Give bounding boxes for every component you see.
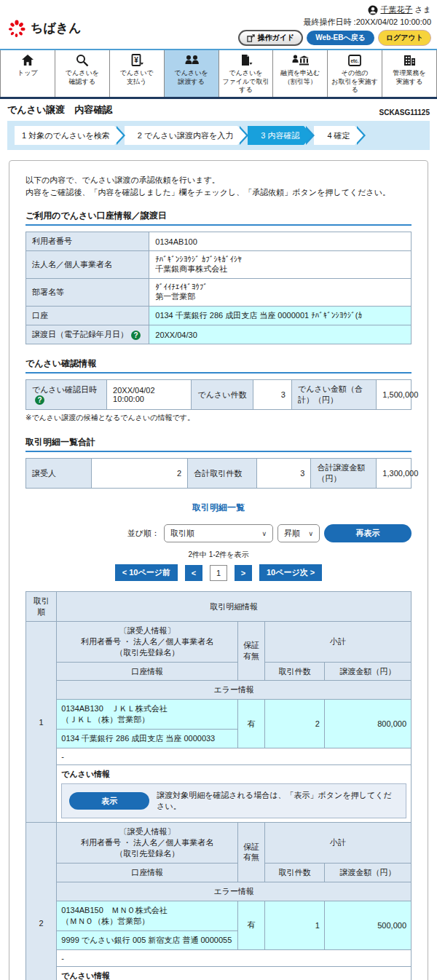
- result-count: 2件中 1-2件を表示: [25, 550, 412, 560]
- densai-info-label: でんさい情報: [61, 971, 406, 980]
- etc-icon: etc.: [347, 53, 362, 68]
- densai-confirm-table: でんさい確認日時? 20XX/04/02 10:00:00 でんさい件数 3 で…: [25, 379, 412, 410]
- tab-other-transactions[interactable]: etc. その他の お取引を実施する: [328, 50, 382, 97]
- densai-amount-value: 1,500,000: [377, 380, 412, 410]
- tab-transfer-densai[interactable]: でんさいを 譲渡する: [165, 50, 219, 97]
- amount-value: 500,000: [324, 901, 411, 949]
- user-suffix: さま: [414, 4, 431, 15]
- error-header: エラー情報: [57, 681, 412, 700]
- densai-info-label: でんさい情報: [61, 769, 406, 780]
- tab-pay-densai[interactable]: ¥ でんさいで 支払う: [110, 50, 165, 97]
- main-nav: トップ でんさいを 確認する ¥ でんさいで 支払う でんさいを 譲渡する でん…: [0, 49, 437, 99]
- table-row: -: [26, 748, 412, 765]
- next-10-pages-button[interactable]: 10ページ次 >: [259, 564, 322, 581]
- account-section: ご利用のでんさい口座情報／譲渡日 利用者番号 0134AB100 法人名／個人事…: [25, 210, 412, 344]
- row-label: 部署名等: [26, 279, 149, 307]
- guarantee-header: 保証 有無: [237, 622, 264, 681]
- intro-line-1: 以下の内容で、でんさい譲渡の承認依頼を行います。: [25, 174, 412, 186]
- densai-count-label: でんさい件数: [192, 380, 253, 410]
- tab-label: でんさいを 譲渡する: [175, 69, 208, 86]
- detail-table-header: 取引順 取引明細情報: [26, 592, 412, 622]
- table-row: エラー情報: [26, 882, 412, 901]
- bank-name: ちばきん: [31, 20, 82, 36]
- count-header: 取引件数: [264, 662, 324, 681]
- file-icon: [238, 53, 253, 68]
- amount-header: 譲渡金額（円）: [324, 662, 411, 681]
- assignee-account: 9999 でんさい銀行 005 新宿支店 普通 0000055: [57, 930, 238, 949]
- tab-top[interactable]: トップ: [0, 50, 55, 97]
- logout-button[interactable]: ログアウト: [378, 30, 431, 46]
- tab-loan-apply[interactable]: 融資を申込む （割引等）: [273, 50, 328, 97]
- densai-confirm-section: でんさい確認情報 でんさい確認日時? 20XX/04/02 10:00:00 で…: [25, 357, 412, 423]
- guarantee-value: 有: [237, 901, 264, 949]
- yen-document-icon: ¥: [130, 53, 144, 68]
- building-icon: [402, 53, 417, 68]
- count-value: 1: [264, 901, 324, 949]
- next-page-button[interactable]: >: [235, 565, 252, 581]
- step-1: 1 対象のでんさいを検索: [15, 126, 114, 145]
- header: ちばきん 千葉花子 さま 最終操作日時 :20XX/04/02 10:00:00…: [0, 0, 437, 49]
- tab-label: でんさいを 確認する: [66, 69, 99, 86]
- order-select[interactable]: 昇順 ∨: [277, 524, 320, 542]
- help-icon[interactable]: ?: [131, 331, 141, 340]
- last-operation-time: 最終操作日時 :20XX/04/02 10:00:00: [238, 17, 432, 28]
- assignee-account: 0134 千葉銀行 286 成田支店 当座 0000033: [57, 730, 238, 748]
- table-row: -: [26, 949, 412, 966]
- assignee-header: 〔譲受人情報〕 利用者番号 ・ 法人名／個人事業者名 （取引先登録名）: [57, 823, 238, 864]
- table-row: 譲受人 2 合計取引件数 3 合計譲渡金額（円） 1,300,000: [26, 459, 412, 489]
- densai-amount-label: でんさい金額（合計）（円）: [291, 380, 376, 410]
- tab-label: でんさいを ファイルで取引する: [220, 69, 272, 95]
- detail-group-2: 2 〔譲受人情報〕 利用者番号 ・ 法人名／個人事業者名 （取引先登録名） 保証…: [26, 823, 412, 864]
- bank-logo: ちばきん: [7, 10, 82, 46]
- sort-select-value: 取引順: [170, 528, 194, 539]
- count-value: 2: [264, 700, 324, 748]
- confirm-datetime-label: でんさい確認日時?: [26, 380, 107, 410]
- step-3-current: 3 内容確認: [248, 126, 304, 145]
- subtotal-header: 小計: [264, 823, 411, 864]
- tab-label: 融資を申込む （割引等）: [280, 69, 320, 86]
- transaction-no: 1: [26, 622, 57, 823]
- tab-admin-tasks[interactable]: 管理業務を 実施する: [382, 50, 437, 97]
- tab-file-transaction[interactable]: でんさいを ファイルで取引する: [219, 50, 274, 97]
- tab-confirm-densai[interactable]: でんさいを 確認する: [55, 50, 110, 97]
- table-row: 法人名／個人事業者名 ﾁﾊﾞｷﾞﾝｼﾖｳｼﾞ ｶﾌﾞｼｷｶﾞｲｼﾔ 千葉銀商事株…: [26, 251, 412, 279]
- assignee-count-value: 2: [91, 459, 187, 489]
- table-row: エラー情報: [26, 681, 412, 700]
- assignee-name: 0134AB130 ＪＫＬ株式会社 （ＪＫＬ（株）営業部）: [57, 700, 238, 730]
- col-detail-info: 取引明細情報: [57, 592, 412, 622]
- help-icon[interactable]: ?: [35, 395, 44, 405]
- total-amount-label: 合計譲渡金額（円）: [311, 459, 377, 489]
- prev-10-pages-button[interactable]: < 10ページ前: [115, 564, 178, 581]
- user-icon: [368, 5, 378, 15]
- totals-title: 取引明細一覧合計: [25, 436, 412, 452]
- confirm-datetime-value: 20XX/04/02 10:00:00: [107, 380, 192, 410]
- webeb-return-button[interactable]: Web-EBへ戻る: [307, 31, 374, 45]
- prev-page-button[interactable]: <: [185, 565, 202, 581]
- step-2: 2 でんさい譲渡内容を入力: [125, 126, 237, 145]
- densai-confirm-note: ※でんさい譲渡の候補となるでんさいの情報です。: [25, 413, 412, 423]
- page-title: でんさい譲渡 内容確認: [7, 103, 112, 116]
- densai-confirm-title: でんさい確認情報: [25, 357, 412, 374]
- step-4: 4 確定: [314, 126, 354, 145]
- chevron-down-icon: ∨: [308, 530, 313, 537]
- count-header: 取引件数: [264, 863, 324, 882]
- guide-button[interactable]: 操作ガイド: [238, 30, 304, 46]
- subtotal-header: 小計: [264, 622, 411, 663]
- refresh-button[interactable]: 再表示: [324, 524, 412, 542]
- table-row: 0134AB130 ＪＫＬ株式会社 （ＪＫＬ（株）営業部） 有 2 800,00…: [26, 700, 412, 730]
- sort-controls: 並び順： 取引順 ∨ 昇順 ∨ 再表示: [25, 524, 412, 542]
- show-details-button[interactable]: 表示: [69, 792, 149, 810]
- densai-info-box: 表示 譲渡対象明細を確認される場合は、「表示」ボタンを押してください。: [61, 783, 406, 818]
- row-label: 法人名／個人事業者名: [26, 251, 149, 279]
- guide-button-label: 操作ガイド: [258, 33, 295, 43]
- svg-text:¥: ¥: [134, 56, 138, 64]
- company-name-value: ﾁﾊﾞｷﾞﾝｼﾖｳｼﾞ ｶﾌﾞｼｷｶﾞｲｼﾔ 千葉銀商事株式会社: [149, 251, 412, 279]
- table-row: でんさい確認日時? 20XX/04/02 10:00:00 でんさい件数 3 で…: [26, 380, 412, 410]
- assignee-label: 譲受人: [26, 459, 92, 489]
- table-row: 口座 0134 千葉銀行 286 成田支店 当座 0000001 ﾁﾊﾞｷﾞﾝｼ…: [26, 307, 412, 325]
- sort-select[interactable]: 取引順 ∨: [164, 524, 273, 542]
- total-amount-value: 1,300,000: [377, 459, 412, 489]
- error-header: エラー情報: [57, 882, 412, 901]
- totals-table: 譲受人 2 合計取引件数 3 合計譲渡金額（円） 1,300,000: [25, 458, 412, 489]
- table-row: 譲渡日（電子記録年月日）? 20XX/04/30: [26, 325, 412, 344]
